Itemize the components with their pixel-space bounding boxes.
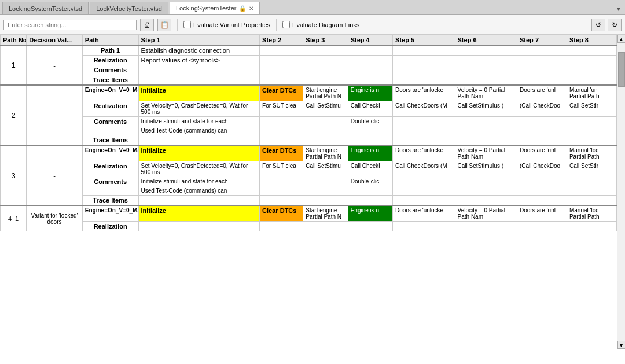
real-label-2: Realization (82, 101, 138, 117)
init-step1-2: Initialize (138, 85, 260, 101)
comments-step3a-3 (303, 177, 348, 186)
scroll-up-btn[interactable]: ▲ (617, 35, 626, 43)
real-step2-3: For SUT clea (260, 161, 303, 177)
vertical-scrollbar[interactable]: ▲ ▼ (617, 35, 625, 349)
variant-properties-checkbox[interactable] (183, 21, 191, 28)
search-input[interactable] (3, 20, 137, 30)
copy-button[interactable]: 📋 (157, 19, 171, 31)
tab-bar: LockingSystemTester.vtsd LockVelocityTes… (0, 0, 625, 15)
init-step7-4: Doors are 'unl (517, 205, 567, 222)
trace-step8-3 (567, 196, 616, 206)
refresh-button[interactable]: ↺ (591, 19, 605, 31)
col-header-step4: Step 4 (348, 35, 392, 46)
init-step7-2: Doors are 'unl (517, 85, 567, 101)
init-step8-3: Manual 'loc Partial Path (567, 145, 616, 161)
comments-step1a-3: Initialize stimuli and state for each (138, 177, 260, 186)
main-grid: Path No. Decision Val... Path Step 1 Ste… (0, 35, 625, 349)
comments-step6a-2 (455, 117, 517, 126)
toolbar: 🖨 📋 Evaluate Variant Properties Evaluate… (0, 15, 625, 35)
tab-lockingsystem2-label: LockingSystemTester (176, 5, 237, 12)
step8-path1 (567, 45, 616, 56)
real-step7-4 (517, 222, 567, 231)
reload-button[interactable]: ↻ (608, 19, 622, 31)
scrollbar-thumb[interactable] (618, 52, 625, 87)
table-row: Comments Initialize stimuli and state fo… (1, 177, 617, 186)
real-step8-4 (567, 222, 616, 231)
print-button[interactable]: 🖨 (140, 19, 154, 31)
pathno-4: 4_1 (1, 205, 27, 231)
init-step4-3: Engine is n (348, 145, 392, 161)
tab-lockvelocity[interactable]: LockVelocityTester.vtsd (90, 2, 168, 14)
real-step7-3: (Call CheckDoo (517, 161, 567, 177)
tab-lockingsystem[interactable]: LockingSystemTester.vtsd (2, 2, 89, 14)
real-step2-4 (260, 222, 303, 231)
comments-step4b-3 (348, 186, 392, 196)
trace-step4-2 (348, 135, 392, 146)
refresh-icon: ↺ (595, 21, 601, 29)
col-header-path: Path (82, 35, 138, 46)
step1-path1: Establish diagnostic connection (138, 45, 260, 56)
real-step4-3: Call CheckI (348, 161, 392, 177)
comments-step3-1 (303, 65, 348, 75)
real-step5-3: Call CheckDoors (M (393, 161, 455, 177)
trace-label-1: Trace Items (82, 75, 138, 86)
real-step3-4 (303, 222, 348, 231)
data-table: Path No. Decision Val... Path Step 1 Ste… (0, 35, 617, 231)
comments-step8-1 (567, 65, 616, 75)
path-1: Path 1 (82, 45, 138, 56)
table-row: Trace Items (1, 75, 617, 86)
table-row: 1 - Path 1 Establish diagnostic connecti… (1, 45, 617, 56)
tab-overflow-btn[interactable]: ▼ (612, 3, 625, 14)
real-step5-4 (393, 222, 455, 231)
variant-properties-label: Evaluate Variant Properties (193, 21, 270, 28)
comments-step7a-3 (517, 177, 567, 186)
scroll-down-btn[interactable]: ▼ (617, 341, 626, 349)
trace-step2-3 (260, 196, 303, 206)
init-step6-4: Velocity = 0 Partial Path Nam (455, 205, 517, 222)
init-step8-2: Manual 'un Partial Path (567, 85, 616, 101)
close-icon[interactable]: ✕ (249, 5, 253, 12)
init-step5-2: Doors are 'unlocke (393, 85, 455, 101)
comments-step1a-2: Initialize stimuli and state for each (138, 117, 260, 126)
comments-step1b-3: Used Test-Code (commands) can (138, 186, 260, 196)
trace-step7-2 (517, 135, 567, 146)
init-step2-3: Clear DTCs (260, 145, 303, 161)
real-step4-2: Call CheckI (348, 101, 392, 117)
grid-scroll-area[interactable]: Path No. Decision Val... Path Step 1 Ste… (0, 35, 617, 349)
table-row: 2 - Engine=On_V=0_ManualUnlocked Initial… (1, 85, 617, 101)
step6-path1 (455, 45, 517, 56)
comments-step6a-3 (455, 177, 517, 186)
trace-step4-3 (348, 196, 392, 206)
comments-step7b-2 (517, 126, 567, 135)
table-row: Realization Set Velocity=0, CrashDetecte… (1, 161, 617, 177)
decval-1: - (27, 45, 83, 85)
tab-lockingsystem2[interactable]: LockingSystemTester 🔒 ✕ (170, 2, 260, 14)
path-4: Engine=On_V=0_ManualLocked_En (82, 205, 138, 222)
trace-step7-3 (517, 196, 567, 206)
trace-step5-3 (393, 196, 455, 206)
comments-step5a-2 (393, 117, 455, 126)
comments-step2b-2 (260, 126, 303, 135)
comments-step4b-2 (348, 126, 392, 135)
trace-step3-2 (303, 135, 348, 146)
real-step4-4 (348, 222, 392, 231)
init-step7-3: Doors are 'unl (517, 145, 567, 161)
trace-step8-2 (567, 135, 616, 146)
comments-label-1: Comments (82, 65, 138, 75)
diagram-links-checkbox[interactable] (282, 21, 290, 28)
table-row: Trace Items (1, 196, 617, 206)
trace-step8-1 (567, 75, 616, 86)
real-label-1: Realization (82, 56, 138, 65)
real-step4-1 (348, 56, 392, 65)
comments-step7-1 (517, 65, 567, 75)
tab-lockvelocity-label: LockVelocityTester.vtsd (96, 5, 162, 12)
comments-step3a-2 (303, 117, 348, 126)
real-step3-3: Call SetStimu (303, 161, 348, 177)
trace-step7-1 (517, 75, 567, 86)
real-step8-1 (567, 56, 616, 65)
table-row: Trace Items (1, 135, 617, 146)
comments-step2a-2 (260, 117, 303, 126)
trace-step6-2 (455, 135, 517, 146)
trace-step5-2 (393, 135, 455, 146)
col-header-decval: Decision Val... (27, 35, 83, 46)
